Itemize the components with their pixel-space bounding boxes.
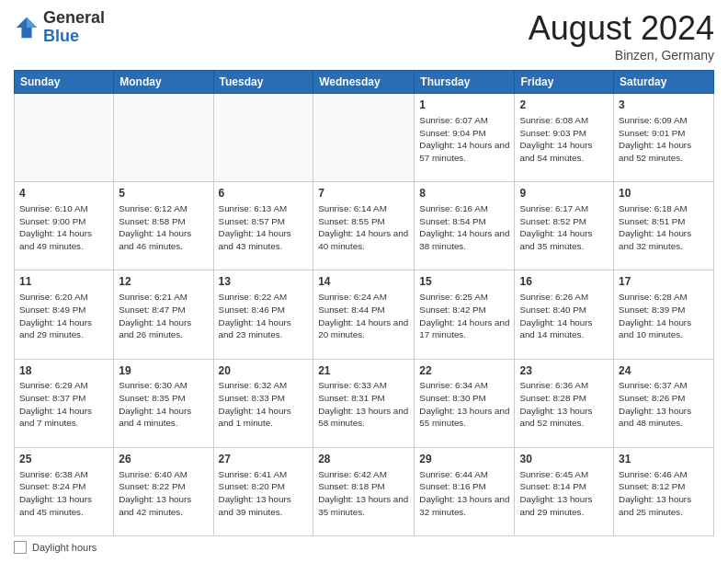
day-number: 6: [219, 186, 309, 201]
footer-icon: [14, 541, 27, 554]
calendar-cell: 12Sunrise: 6:21 AM Sunset: 8:47 PM Dayli…: [114, 270, 213, 359]
day-info: Sunrise: 6:40 AM Sunset: 8:22 PM Dayligh…: [119, 468, 208, 519]
location-subtitle: Binzen, Germany: [529, 48, 714, 63]
day-header-saturday: Saturday: [614, 71, 714, 94]
day-number: 25: [19, 452, 108, 467]
day-info: Sunrise: 6:10 AM Sunset: 9:00 PM Dayligh…: [19, 202, 108, 253]
day-info: Sunrise: 6:46 AM Sunset: 8:12 PM Dayligh…: [619, 468, 709, 519]
day-number: 15: [419, 274, 509, 290]
day-info: Sunrise: 6:45 AM Sunset: 8:14 PM Dayligh…: [519, 468, 609, 519]
calendar-week-3: 11Sunrise: 6:20 AM Sunset: 8:49 PM Dayli…: [15, 270, 714, 359]
day-number: 9: [519, 186, 609, 201]
day-info: Sunrise: 6:36 AM Sunset: 8:28 PM Dayligh…: [519, 379, 609, 430]
day-number: 21: [318, 363, 409, 379]
day-number: 13: [219, 274, 309, 290]
day-info: Sunrise: 6:16 AM Sunset: 8:54 PM Dayligh…: [419, 202, 509, 253]
calendar-cell: 23Sunrise: 6:36 AM Sunset: 8:28 PM Dayli…: [515, 359, 614, 447]
calendar-cell: 16Sunrise: 6:26 AM Sunset: 8:40 PM Dayli…: [515, 270, 614, 359]
calendar-cell: 17Sunrise: 6:28 AM Sunset: 8:39 PM Dayli…: [614, 270, 714, 359]
day-number: 30: [519, 452, 609, 467]
day-number: 8: [419, 186, 509, 201]
calendar-cell: [114, 94, 213, 182]
day-number: 18: [19, 363, 108, 379]
day-header-tuesday: Tuesday: [213, 71, 313, 94]
day-number: 10: [619, 186, 709, 201]
calendar-cell: 13Sunrise: 6:22 AM Sunset: 8:46 PM Dayli…: [213, 270, 313, 359]
calendar-cell: 27Sunrise: 6:41 AM Sunset: 8:20 PM Dayli…: [213, 447, 313, 535]
day-info: Sunrise: 6:17 AM Sunset: 8:52 PM Dayligh…: [519, 202, 609, 253]
day-info: Sunrise: 6:38 AM Sunset: 8:24 PM Dayligh…: [19, 468, 108, 519]
calendar-cell: 3Sunrise: 6:09 AM Sunset: 9:01 PM Daylig…: [614, 94, 714, 182]
day-number: 17: [619, 274, 709, 290]
calendar-week-5: 25Sunrise: 6:38 AM Sunset: 8:24 PM Dayli…: [15, 447, 714, 535]
day-header-friday: Friday: [515, 71, 614, 94]
calendar-cell: 31Sunrise: 6:46 AM Sunset: 8:12 PM Dayli…: [614, 447, 714, 535]
day-number: 12: [119, 274, 208, 290]
day-info: Sunrise: 6:25 AM Sunset: 8:42 PM Dayligh…: [419, 291, 509, 341]
day-number: 23: [519, 363, 609, 379]
calendar-cell: 22Sunrise: 6:34 AM Sunset: 8:30 PM Dayli…: [415, 359, 515, 447]
day-info: Sunrise: 6:33 AM Sunset: 8:31 PM Dayligh…: [318, 379, 409, 430]
calendar-cell: 4Sunrise: 6:10 AM Sunset: 9:00 PM Daylig…: [15, 182, 114, 270]
calendar-cell: 18Sunrise: 6:29 AM Sunset: 8:37 PM Dayli…: [15, 359, 114, 447]
calendar-cell: 8Sunrise: 6:16 AM Sunset: 8:54 PM Daylig…: [415, 182, 515, 270]
day-info: Sunrise: 6:24 AM Sunset: 8:44 PM Dayligh…: [318, 291, 409, 341]
day-info: Sunrise: 6:41 AM Sunset: 8:20 PM Dayligh…: [219, 468, 309, 519]
header: General Blue August 2024 Binzen, Germany: [14, 9, 714, 63]
day-number: 14: [318, 274, 409, 290]
day-number: 31: [619, 452, 709, 467]
calendar-week-2: 4Sunrise: 6:10 AM Sunset: 9:00 PM Daylig…: [15, 182, 714, 270]
day-info: Sunrise: 6:21 AM Sunset: 8:47 PM Dayligh…: [119, 291, 208, 341]
day-info: Sunrise: 6:42 AM Sunset: 8:18 PM Dayligh…: [318, 468, 409, 519]
page: General Blue August 2024 Binzen, Germany…: [0, 0, 728, 563]
calendar-cell: 28Sunrise: 6:42 AM Sunset: 8:18 PM Dayli…: [313, 447, 415, 535]
calendar-cell: 1Sunrise: 6:07 AM Sunset: 9:04 PM Daylig…: [415, 94, 515, 182]
day-number: 27: [219, 452, 309, 467]
day-info: Sunrise: 6:28 AM Sunset: 8:39 PM Dayligh…: [619, 291, 709, 341]
day-number: 26: [119, 452, 208, 467]
calendar-cell: 9Sunrise: 6:17 AM Sunset: 8:52 PM Daylig…: [515, 182, 614, 270]
day-header-sunday: Sunday: [15, 71, 114, 94]
footer-label: Daylight hours: [32, 542, 97, 553]
day-info: Sunrise: 6:12 AM Sunset: 8:58 PM Dayligh…: [119, 202, 208, 253]
calendar-cell: 26Sunrise: 6:40 AM Sunset: 8:22 PM Dayli…: [114, 447, 213, 535]
calendar-cell: 29Sunrise: 6:44 AM Sunset: 8:16 PM Dayli…: [415, 447, 515, 535]
logo: General Blue: [14, 9, 105, 46]
day-number: 19: [119, 363, 208, 379]
day-info: Sunrise: 6:22 AM Sunset: 8:46 PM Dayligh…: [219, 291, 309, 341]
calendar-cell: 21Sunrise: 6:33 AM Sunset: 8:31 PM Dayli…: [313, 359, 415, 447]
day-number: 20: [219, 363, 309, 379]
calendar-cell: [313, 94, 415, 182]
calendar-week-1: 1Sunrise: 6:07 AM Sunset: 9:04 PM Daylig…: [15, 94, 714, 182]
footer: Daylight hours: [14, 541, 714, 554]
day-number: 5: [119, 186, 208, 201]
logo-blue-text: Blue: [43, 27, 79, 45]
logo-text: General Blue: [43, 9, 105, 46]
calendar-cell: 24Sunrise: 6:37 AM Sunset: 8:26 PM Dayli…: [614, 359, 714, 447]
day-info: Sunrise: 6:34 AM Sunset: 8:30 PM Dayligh…: [419, 379, 509, 430]
calendar-cell: [15, 94, 114, 182]
logo-icon: [14, 15, 40, 40]
day-number: 16: [519, 274, 609, 290]
day-info: Sunrise: 6:08 AM Sunset: 9:03 PM Dayligh…: [519, 114, 609, 165]
calendar-cell: 2Sunrise: 6:08 AM Sunset: 9:03 PM Daylig…: [515, 94, 614, 182]
day-info: Sunrise: 6:14 AM Sunset: 8:55 PM Dayligh…: [318, 202, 409, 253]
day-number: 29: [419, 452, 509, 467]
calendar-cell: 11Sunrise: 6:20 AM Sunset: 8:49 PM Dayli…: [15, 270, 114, 359]
day-number: 28: [318, 452, 409, 467]
calendar-cell: 7Sunrise: 6:14 AM Sunset: 8:55 PM Daylig…: [313, 182, 415, 270]
day-info: Sunrise: 6:09 AM Sunset: 9:01 PM Dayligh…: [619, 114, 709, 165]
day-info: Sunrise: 6:37 AM Sunset: 8:26 PM Dayligh…: [619, 379, 709, 430]
day-header-thursday: Thursday: [415, 71, 515, 94]
day-number: 3: [619, 98, 709, 113]
day-number: 2: [519, 98, 609, 113]
calendar-cell: 14Sunrise: 6:24 AM Sunset: 8:44 PM Dayli…: [313, 270, 415, 359]
day-info: Sunrise: 6:44 AM Sunset: 8:16 PM Dayligh…: [419, 468, 509, 519]
calendar-week-4: 18Sunrise: 6:29 AM Sunset: 8:37 PM Dayli…: [15, 359, 714, 447]
calendar-cell: 10Sunrise: 6:18 AM Sunset: 8:51 PM Dayli…: [614, 182, 714, 270]
calendar-cell: 19Sunrise: 6:30 AM Sunset: 8:35 PM Dayli…: [114, 359, 213, 447]
svg-marker-1: [27, 17, 37, 28]
day-number: 1: [419, 98, 509, 113]
day-number: 22: [419, 363, 509, 379]
calendar-cell: 30Sunrise: 6:45 AM Sunset: 8:14 PM Dayli…: [515, 447, 614, 535]
